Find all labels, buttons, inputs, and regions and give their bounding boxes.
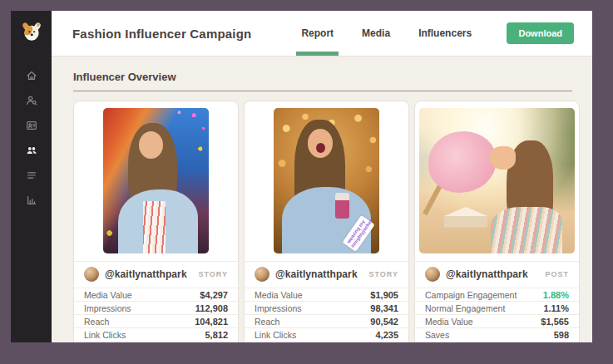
bar-chart-icon xyxy=(26,194,37,206)
stat-row: Link Clicks 4,235 xyxy=(245,327,408,341)
section-title: Influencer Overview xyxy=(73,71,572,83)
stats-list: Media Value $4,297 Impressions 112,908 R… xyxy=(74,288,238,342)
stat-value: 4,235 xyxy=(375,330,398,340)
post-photo-cotton-candy[interactable] xyxy=(419,108,575,253)
sidebar-nav xyxy=(19,63,44,213)
stat-row: Impressions 98,341 xyxy=(245,301,408,314)
media-type-badge: POST xyxy=(545,270,569,278)
user-row: @kaitlynatthpark STORY xyxy=(245,261,408,288)
photo-figure xyxy=(491,207,562,253)
page-title: Fashion Influencer Campaign xyxy=(52,27,251,41)
username[interactable]: @kaitlynatthpark xyxy=(275,268,358,280)
dog-logo[interactable] xyxy=(20,20,43,43)
stat-label: Reach xyxy=(84,317,109,327)
home-icon xyxy=(26,70,37,81)
contact-card-icon xyxy=(26,120,37,131)
header-actions: Download xyxy=(507,11,592,56)
sidebar-item-contacts[interactable] xyxy=(19,113,44,138)
stat-row: Reach 90,542 xyxy=(245,314,408,327)
photo-wrap: wearing my #mightyjacket xyxy=(245,101,408,261)
header: Fashion Influencer Campaign Report Media… xyxy=(52,11,592,57)
photo-wrap xyxy=(74,101,238,261)
sidebar-item-reports[interactable] xyxy=(19,188,44,213)
stats-list: Campaign Engagement 1.88% Normal Engagem… xyxy=(415,288,579,341)
stat-value: $1,905 xyxy=(370,290,398,300)
avatar[interactable] xyxy=(255,267,269,282)
list-icon xyxy=(26,170,37,181)
username[interactable]: @kaitlynatthpark xyxy=(446,268,528,280)
sidebar-item-home[interactable] xyxy=(19,63,44,88)
avatar[interactable] xyxy=(425,267,440,282)
stat-row: Media Value $4,297 xyxy=(74,288,238,301)
stat-value: 5,812 xyxy=(205,330,228,340)
sidebar-item-influencers[interactable] xyxy=(19,138,44,163)
sidebar-item-discovery[interactable] xyxy=(19,88,44,113)
stats-list: Media Value $1,905 Impressions 98,341 Re… xyxy=(245,288,408,342)
user-row: @kaitlynatthpark STORY xyxy=(74,261,238,288)
photo-figure xyxy=(428,131,497,193)
stat-label: Link Clicks xyxy=(84,330,126,340)
download-button[interactable]: Download xyxy=(507,22,574,44)
stat-row: Replies 576 xyxy=(74,341,238,342)
stat-row: Link Clicks 5,812 xyxy=(74,327,238,341)
avatar[interactable] xyxy=(84,267,99,282)
media-type-badge: STORY xyxy=(368,270,398,278)
stat-value: 1.11% xyxy=(543,303,569,313)
story-photo-carousel[interactable]: wearing my #mightyjacket xyxy=(274,108,379,253)
main-area: Fashion Influencer Campaign Report Media… xyxy=(52,11,592,342)
stat-label: Reach xyxy=(255,317,279,327)
story-photo-carnival[interactable] xyxy=(103,108,209,253)
tab-report[interactable]: Report xyxy=(299,11,335,56)
stat-value: 112,908 xyxy=(195,303,228,313)
username[interactable]: @kaitlynatthpark xyxy=(105,268,187,280)
screenshot-frame: { "header": { "title": "Fashion Influenc… xyxy=(0,0,613,364)
stat-label: Media Value xyxy=(84,290,132,300)
purple-frame: Fashion Influencer Campaign Report Media… xyxy=(0,0,613,364)
stat-value: $4,297 xyxy=(200,290,228,300)
stat-row: Campaign Engagement 1.88% xyxy=(415,288,579,301)
photo-figure xyxy=(143,201,166,253)
stat-label: Saves xyxy=(425,330,449,340)
influencer-card-story-1[interactable]: @kaitlynatthpark STORY Media Value $4,29… xyxy=(73,101,239,342)
photo-figure xyxy=(444,207,487,228)
stat-value: $1,565 xyxy=(541,317,569,327)
app-window: Fashion Influencer Campaign Report Media… xyxy=(11,11,592,342)
influencer-card-story-2[interactable]: wearing my #mightyjacket @kaitlynatthpar… xyxy=(244,101,409,342)
photo-figure xyxy=(335,193,350,219)
person-search-icon xyxy=(26,95,37,106)
people-group-icon xyxy=(26,145,37,156)
stat-value: 104,821 xyxy=(195,317,228,327)
photo-figure xyxy=(423,184,442,215)
stat-row: Reach 104,821 xyxy=(74,314,238,327)
stat-row: Media Value $1,905 xyxy=(245,288,408,301)
photo-figure xyxy=(489,146,516,170)
stat-value: 90,542 xyxy=(370,317,398,327)
influencer-card-post[interactable]: @kaitlynatthpark POST Campaign Engagemen… xyxy=(414,101,580,342)
stat-row: Saves 598 xyxy=(415,327,579,341)
stat-label: Media Value xyxy=(425,317,473,327)
section-divider xyxy=(73,91,572,91)
stat-value-campaign-engagement: 1.88% xyxy=(543,290,569,300)
media-type-badge: STORY xyxy=(198,270,228,278)
stat-label: Link Clicks xyxy=(255,330,296,340)
stat-value: 598 xyxy=(554,330,569,340)
stat-row: Media Value $1,565 xyxy=(415,314,579,327)
sidebar-item-lists[interactable] xyxy=(19,163,44,188)
stat-row: Impressions 112,908 xyxy=(74,301,238,314)
tab-bar: Report Media Influencers xyxy=(299,11,498,56)
stat-label: Media Value xyxy=(255,290,303,300)
stat-value: 98,341 xyxy=(370,303,398,313)
influencer-cards: @kaitlynatthpark STORY Media Value $4,29… xyxy=(73,101,572,342)
content: Influencer Overview xyxy=(52,57,592,342)
stat-label: Campaign Engagement xyxy=(425,290,517,300)
tab-influencers[interactable]: Influencers xyxy=(417,11,473,56)
stat-row: Normal Engagement 1.11% xyxy=(415,301,579,314)
stat-row: Replies 340 xyxy=(245,341,408,342)
stat-label: Impressions xyxy=(84,303,131,313)
sidebar xyxy=(11,11,52,342)
stat-label: Impressions xyxy=(255,303,302,313)
tab-media[interactable]: Media xyxy=(360,11,392,56)
photo-wrap xyxy=(415,101,579,261)
user-row: @kaitlynatthpark POST xyxy=(415,261,579,288)
stat-label: Normal Engagement xyxy=(425,303,505,313)
